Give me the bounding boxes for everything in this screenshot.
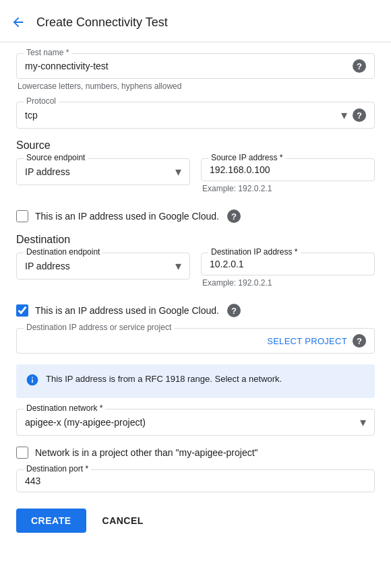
source-ip-label: Source IP address * <box>208 153 286 162</box>
destination-cloud-checkbox[interactable] <box>16 304 28 317</box>
service-project-label: Destination IP address or service projec… <box>24 323 174 332</box>
destination-row: Destination endpoint ▾ Destination IP ad… <box>16 253 375 298</box>
page-container: Create Connectivity Test Test name * ? L… <box>0 0 391 588</box>
service-project-wrapper: Destination IP address or service projec… <box>16 328 375 354</box>
destination-section-label: Destination <box>16 234 375 246</box>
destination-cloud-help-icon[interactable]: ? <box>227 304 241 317</box>
source-endpoint-input[interactable] <box>25 166 173 177</box>
info-circle-icon <box>26 373 39 390</box>
protocol-dropdown-icon[interactable]: ▾ <box>341 108 347 123</box>
destination-network-input[interactable] <box>25 417 357 428</box>
destination-port-wrapper: Destination port * <box>16 469 375 492</box>
page-title: Create Connectivity Test <box>36 15 168 30</box>
source-cloud-checkbox[interactable] <box>16 210 28 222</box>
source-endpoint-label: Source endpoint <box>24 153 88 162</box>
back-button[interactable] <box>11 12 31 32</box>
test-name-input[interactable] <box>25 61 347 71</box>
destination-endpoint-group: Destination endpoint ▾ <box>16 253 190 288</box>
destination-network-wrapper: Destination network * ▾ <box>16 409 375 436</box>
source-row: Source endpoint ▾ Source IP address * Ex… <box>16 158 375 204</box>
test-name-group: Test name * ? Lowercase letters, numbers… <box>16 53 375 91</box>
service-project-input[interactable] <box>25 335 267 346</box>
source-ip-hint: Example: 192.0.2.1 <box>201 184 375 193</box>
test-name-label: Test name * <box>24 48 71 57</box>
button-row: CREATE CANCEL <box>16 509 375 533</box>
create-button[interactable]: CREATE <box>16 509 86 533</box>
protocol-group: Protocol ▾ ? <box>16 102 375 129</box>
protocol-input[interactable] <box>25 110 338 121</box>
destination-endpoint-label: Destination endpoint <box>24 247 102 257</box>
network-project-checkbox-label: Network is in a project other than "my-a… <box>35 447 258 458</box>
destination-network-group: Destination network * ▾ <box>16 409 375 436</box>
test-name-help-icon[interactable]: ? <box>353 59 366 73</box>
test-name-wrapper: Test name * ? <box>16 53 375 79</box>
destination-endpoint-dropdown-icon[interactable]: ▾ <box>175 259 181 273</box>
service-project-help-icon[interactable]: ? <box>353 334 366 348</box>
destination-port-input[interactable] <box>25 476 366 486</box>
destination-ip-wrapper: Destination IP address * <box>201 253 375 275</box>
source-endpoint-wrapper: Source endpoint ▾ <box>16 158 190 185</box>
header: Create Connectivity Test <box>0 0 391 42</box>
source-checkbox-row: This is an IP address used in Google Clo… <box>16 209 375 223</box>
destination-endpoint-wrapper: Destination endpoint ▾ <box>16 253 190 280</box>
protocol-wrapper: Protocol ▾ ? <box>16 102 375 129</box>
destination-network-dropdown-icon[interactable]: ▾ <box>360 415 366 430</box>
destination-ip-label: Destination IP address * <box>208 247 301 257</box>
source-ip-input[interactable] <box>210 164 366 175</box>
info-box: This IP address is from a RFC 1918 range… <box>16 364 375 398</box>
destination-checkbox-row: This is an IP address used in Google Clo… <box>16 304 375 317</box>
network-project-checkbox-row: Network is in a project other than "my-a… <box>16 447 375 459</box>
destination-ip-input[interactable] <box>210 259 366 269</box>
destination-ip-hint: Example: 192.0.2.1 <box>201 278 375 288</box>
destination-port-group: Destination port * <box>16 469 375 492</box>
protocol-help-icon[interactable]: ? <box>353 108 366 122</box>
source-cloud-help-icon[interactable]: ? <box>227 209 241 223</box>
arrow-left-icon <box>11 15 26 30</box>
form-body: Test name * ? Lowercase letters, numbers… <box>0 42 391 549</box>
destination-cloud-checkbox-label: This is an IP address used in Google Clo… <box>35 305 219 316</box>
destination-ip-group: Destination IP address * Example: 192.0.… <box>201 253 375 288</box>
info-box-text: This IP address is from a RFC 1918 range… <box>46 372 282 386</box>
source-endpoint-dropdown-icon[interactable]: ▾ <box>175 164 181 179</box>
source-section-label: Source <box>16 139 375 152</box>
test-name-hint: Lowercase letters, numbers, hyphens allo… <box>16 81 375 91</box>
source-ip-wrapper: Source IP address * <box>201 158 375 181</box>
source-ip-group: Source IP address * Example: 192.0.2.1 <box>201 158 375 193</box>
select-project-link[interactable]: SELECT PROJECT <box>267 336 347 346</box>
source-cloud-checkbox-label: This is an IP address used in Google Clo… <box>35 211 219 222</box>
destination-network-label: Destination network * <box>24 403 105 413</box>
destination-endpoint-input[interactable] <box>25 261 173 271</box>
service-project-group: Destination IP address or service projec… <box>16 328 375 354</box>
protocol-label: Protocol <box>24 96 59 106</box>
network-project-checkbox[interactable] <box>16 447 28 459</box>
cancel-button[interactable]: CANCEL <box>92 509 154 533</box>
destination-port-label: Destination port * <box>24 464 91 473</box>
source-endpoint-group: Source endpoint ▾ <box>16 158 190 193</box>
